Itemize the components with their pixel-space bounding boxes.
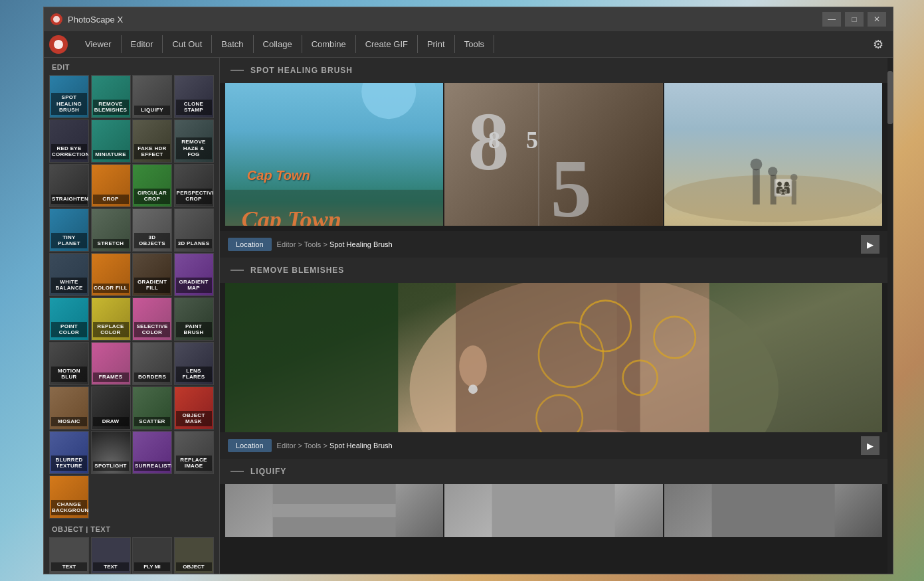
- tool-lens-flares[interactable]: LENS FLARES: [174, 342, 214, 385]
- section-header-remove-blemishes: REMOVE BLEMISHES: [220, 258, 887, 283]
- tool-change-background[interactable]: CHANGE BACKGROUND: [49, 475, 89, 519]
- section-divider-3: [231, 471, 244, 472]
- menu-item-editor[interactable]: Editor: [122, 35, 163, 53]
- tool-mosaic[interactable]: MOSAIC: [49, 386, 89, 430]
- left-panel: EDIT SPOT HEALING BRUSH REMOVE BLEMISHES…: [44, 58, 220, 574]
- tool-miniature[interactable]: MINIATURE: [91, 120, 131, 163]
- section-divider-2: [231, 270, 244, 271]
- svg-point-0: [53, 16, 60, 23]
- tools-grid: SPOT HEALING BRUSH REMOVE BLEMISHES LIQU…: [44, 74, 219, 520]
- tool-color-fill[interactable]: COLOR FILL: [91, 253, 131, 296]
- menu-item-creategif[interactable]: Create GIF: [356, 35, 418, 53]
- close-button[interactable]: ✕: [868, 12, 886, 27]
- svg-point-16: [768, 167, 777, 176]
- svg-rect-17: [791, 181, 796, 204]
- menu-item-viewer[interactable]: Viewer: [76, 35, 122, 53]
- tool-stretch[interactable]: STRETCH: [91, 208, 131, 252]
- tool-frames[interactable]: FRAMES: [91, 342, 131, 385]
- svg-point-23: [459, 345, 487, 386]
- tool-spot-healing-brush[interactable]: SPOT HEALING BRUSH: [49, 75, 89, 118]
- preview-clock: 8 5: [444, 83, 662, 226]
- obj-fly-mi[interactable]: FLY MI: [132, 537, 172, 574]
- svg-point-18: [790, 174, 798, 181]
- svg-point-24: [468, 384, 478, 394]
- tool-tiny-planet[interactable]: TINY PLANET: [49, 208, 89, 252]
- tool-motion-blur[interactable]: MOTION BLUR: [49, 342, 89, 385]
- location-button-1[interactable]: Location: [228, 238, 272, 251]
- edit-section-label: EDIT: [44, 58, 219, 74]
- spot-healing-preview-images: Cap Town: [220, 83, 887, 231]
- location-bar-1: Location Editor > Tools > Spot Healing B…: [220, 231, 887, 258]
- obj-text2[interactable]: TEXT: [91, 537, 131, 574]
- menu-item-cutout[interactable]: Cut Out: [163, 35, 212, 53]
- svg-rect-22: [617, 283, 709, 432]
- menu-item-batch[interactable]: Batch: [212, 35, 253, 53]
- tool-circular-crop[interactable]: CIRCULAR CROP: [132, 164, 172, 207]
- menu-item-tools[interactable]: Tools: [455, 35, 494, 53]
- tool-gradient-fill[interactable]: GRADIENT FILL: [132, 253, 172, 296]
- tool-replace-color[interactable]: REPLACE COLOR: [91, 297, 131, 341]
- tool-object-mask[interactable]: OBJECT MASK: [174, 386, 214, 430]
- tool-scatter[interactable]: SCATTER: [132, 386, 172, 430]
- tool-white-balance[interactable]: WHITE BALANCE: [49, 253, 89, 296]
- vertical-scrollbar[interactable]: [887, 58, 893, 574]
- remove-blemishes-preview: [220, 283, 887, 432]
- svg-rect-27: [709, 283, 882, 432]
- tool-red-eye[interactable]: RED EYE CORRECTION: [49, 120, 89, 163]
- obj-text1[interactable]: TEXT: [49, 537, 89, 574]
- tool-3d-planes[interactable]: 3D PLANES: [174, 208, 214, 252]
- menu-bar: Viewer Editor Cut Out Batch Collage Comb…: [44, 31, 893, 58]
- tool-clone-stamp[interactable]: CLONE STAMP: [174, 75, 214, 118]
- app-title: PhotoScape X: [68, 15, 123, 25]
- play-button-1[interactable]: ▶: [861, 235, 879, 254]
- play-button-2[interactable]: ▶: [861, 436, 879, 455]
- window-controls: — □ ✕: [822, 12, 886, 27]
- object-text-label: OBJECT | TEXT: [44, 520, 219, 536]
- liquify-preview-3: [664, 484, 882, 537]
- obj-object[interactable]: OBJECT: [174, 537, 214, 574]
- location-path-2: Editor > Tools > Spot Healing Brush: [277, 442, 393, 450]
- tool-straighten[interactable]: STRAIGHTEN: [49, 164, 89, 207]
- menu-item-collage[interactable]: Collage: [254, 35, 302, 53]
- tool-remove-haze[interactable]: REMOVE HAZE & FOG: [174, 120, 214, 163]
- svg-text:8: 8: [468, 96, 509, 187]
- scrollbar-thumb[interactable]: [887, 71, 893, 124]
- tool-replace-image[interactable]: REPLACE IMAGE: [174, 431, 214, 474]
- section-title-spot-healing: SPOT HEALING BRUSH: [250, 66, 353, 75]
- settings-icon[interactable]: ⚙: [869, 35, 887, 54]
- section-title-remove-blemishes: REMOVE BLEMISHES: [250, 266, 344, 275]
- tool-remove-blemishes[interactable]: REMOVE BLEMISHES: [91, 75, 131, 118]
- preview-capetown: Cap Town: [225, 83, 443, 226]
- tool-gradient-map[interactable]: GRADIENT MAP: [174, 253, 214, 296]
- tool-perspective-crop[interactable]: PERSPECTIVE CROP: [174, 164, 214, 207]
- tool-draw[interactable]: DRAW: [91, 386, 131, 430]
- app-logo: [50, 13, 62, 25]
- liquify-preview-images: [220, 484, 887, 542]
- liquify-preview-2: [444, 484, 662, 537]
- svg-text:Cap Town: Cap Town: [242, 207, 341, 226]
- tool-3d-objects[interactable]: 3D OBJECTS: [132, 208, 172, 252]
- tool-surrealistic[interactable]: SURREALISTIC: [132, 431, 172, 474]
- tool-paint-brush[interactable]: PAINT BRUSH: [174, 297, 214, 341]
- tool-borders[interactable]: BORDERS: [132, 342, 172, 385]
- maximize-button[interactable]: □: [845, 12, 864, 27]
- svg-rect-35: [492, 484, 615, 537]
- svg-point-1: [54, 40, 63, 49]
- location-button-2[interactable]: Location: [228, 439, 272, 452]
- minimize-button[interactable]: —: [822, 12, 841, 27]
- section-header-liquify: LIQUIFY: [220, 459, 887, 484]
- title-bar: PhotoScape X — □ ✕: [44, 7, 893, 31]
- tool-point-color[interactable]: POINT COLOR: [49, 297, 89, 341]
- tool-liquify[interactable]: LIQUIFY: [132, 75, 172, 118]
- right-panel: SPOT HEALING BRUSH: [220, 58, 887, 574]
- tool-crop[interactable]: CROP: [91, 164, 131, 207]
- location-bar-2: Location Editor > Tools > Spot Healing B…: [220, 432, 887, 459]
- tool-selective-color[interactable]: SELECTIVE COLOR: [132, 297, 172, 341]
- tool-spotlight[interactable]: SPOTLIGHT: [91, 431, 131, 474]
- tool-blurred-texture[interactable]: BLURRED TEXTURE: [49, 431, 89, 474]
- object-text-grid: TEXT TEXT FLY MI OBJECT: [44, 536, 219, 574]
- tool-fake-hdr[interactable]: FAKE HDR EFFECT: [132, 120, 172, 163]
- section-divider: [231, 70, 244, 71]
- menu-item-combine[interactable]: Combine: [302, 35, 356, 53]
- menu-item-print[interactable]: Print: [418, 35, 455, 53]
